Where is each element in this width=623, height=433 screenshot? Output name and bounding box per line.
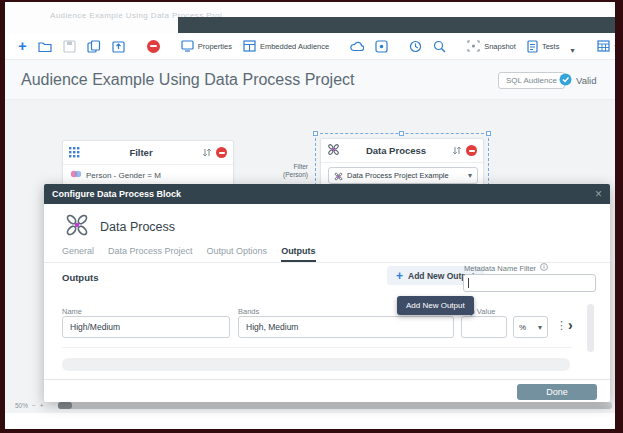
selection-handle[interactable] [313,131,318,136]
bottom-strip [5,413,615,429]
snapshot-label: Snapshot [484,42,516,51]
stop-icon [147,40,160,53]
zoom-button[interactable] [429,38,450,55]
zoom-out-icon[interactable]: − [32,402,36,409]
connector-label: Filter (Person) [268,163,308,179]
document-icon [527,40,538,53]
output-bands-input[interactable] [238,316,454,338]
check-seal-icon [559,72,572,89]
snapshot-icon [467,40,480,52]
data-process-block-header: Data Process [321,139,483,163]
copy-icon [87,40,101,53]
cap-unit-value: % [519,323,526,332]
properties-label: Properties [198,42,232,51]
export-icon [112,40,126,53]
page-header: Audience Example Using Data Process Proj… [5,60,615,100]
stop-button[interactable] [143,38,164,55]
modal-tabs: General Data Process Project Output Opti… [62,246,316,262]
row-divider [62,347,572,348]
plus-icon: + [396,271,403,281]
selection-handle[interactable] [486,131,491,136]
tab-outputs[interactable]: Outputs [281,246,316,262]
box-marker-button[interactable] [371,38,392,55]
validation-label: Valid [576,75,596,86]
save-icon [63,40,76,53]
tests-label: Tests [542,42,560,51]
properties-button[interactable]: Properties [177,38,236,54]
canvas-zoom-control: 50% − + [15,402,44,409]
configure-data-process-modal: Configure Data Process Block × Data Proc… [44,184,610,402]
caret-down-icon: ▾ [468,171,472,180]
tab-data-process-project[interactable]: Data Process Project [108,246,193,262]
version-button[interactable]: v0.3 [593,38,615,54]
waffle-grid-icon [69,144,80,162]
save-button[interactable] [59,38,80,55]
cap-unit-select[interactable]: % ▾ [513,316,548,338]
data-process-flower-icon [327,142,340,160]
embedded-audience-button[interactable]: Embedded Audience [239,38,333,54]
zoom-level-label: 50% [15,402,28,409]
metadata-filter-label: Metadata Name Filter [464,264,536,273]
export-button[interactable] [108,38,130,55]
add-new-output-tooltip: Add New Output [397,296,474,315]
filter-criteria-item[interactable]: Person - Gender = M [63,165,233,185]
modal-header[interactable]: Configure Data Process Block × [44,184,610,204]
info-icon [540,263,548,273]
row-expand-icon[interactable]: › [568,317,573,333]
toolbar-expand-button[interactable]: ▾ [566,36,580,57]
modal-vertical-scrollbar[interactable] [587,304,594,352]
scrollbar-thumb[interactable] [58,402,72,409]
project-select[interactable]: Data Process Project Example ▾ [328,167,478,184]
data-process-block[interactable]: Data Process Data Process Project Exampl… [320,138,484,186]
data-process-flower-icon [334,167,343,185]
new-button[interactable]: + [14,38,31,54]
plus-icon: + [18,40,27,52]
caret-down-icon: ▾ [570,46,574,55]
filter-block-header: Filter [63,141,233,165]
refresh-button[interactable] [405,38,426,55]
page-title: Audience Example Using Data Process Proj… [21,71,355,89]
metadata-filter-input[interactable] [463,274,596,292]
remove-block-icon[interactable] [216,147,227,158]
copy-button[interactable] [83,38,105,55]
magnifier-icon [433,40,446,53]
version-label: v0.3 [614,42,615,51]
caret-down-icon: ▾ [538,323,542,332]
tests-button[interactable]: Tests [523,38,564,55]
venn-icon [70,170,82,180]
grid-table-icon [597,40,610,52]
folder-icon [38,40,52,53]
app-inner: Audience Example Using Data Process Proj… [5,2,615,429]
browser-top-strip: Audience Example Using Data Process Proj… [5,2,615,33]
filter-block-title: Filter [84,147,198,158]
cap-value-input[interactable] [461,316,507,338]
data-process-flower-icon [64,212,90,242]
box-dot-icon [375,40,388,53]
modal-heading: Data Process [100,220,175,234]
tab-general[interactable]: General [62,246,94,262]
placeholder-row [62,358,570,371]
canvas-horizontal-scrollbar[interactable] [58,402,612,409]
modal-title: Configure Data Process Block [52,189,595,199]
outputs-section-label: Outputs [62,272,98,283]
text-caret [468,278,469,288]
close-icon[interactable]: × [595,189,602,199]
workflow-canvas[interactable]: Filter Person - Gender = M Filter (Perso… [5,100,615,429]
selection-handle[interactable] [399,131,404,136]
output-name-input[interactable] [62,316,230,338]
sql-audience-button[interactable]: SQL Audience [498,72,565,89]
sort-arrows-icon [202,144,212,162]
zoom-in-icon[interactable]: + [40,402,44,409]
row-menu-icon[interactable]: ⋮ [556,319,567,332]
filter-block[interactable]: Filter Person - Gender = M [62,140,234,186]
embedded-audience-label: Embedded Audience [260,42,329,51]
monitor-icon [181,40,194,52]
done-button[interactable]: Done [517,384,597,400]
project-select-value: Data Process Project Example [347,171,464,180]
app-window: Audience Example Using Data Process Proj… [0,0,623,433]
remove-block-icon[interactable] [466,145,477,156]
cloud-undo-button[interactable] [346,39,368,54]
snapshot-button[interactable]: Snapshot [463,38,520,54]
tab-output-options[interactable]: Output Options [207,246,268,262]
open-button[interactable] [34,38,56,55]
